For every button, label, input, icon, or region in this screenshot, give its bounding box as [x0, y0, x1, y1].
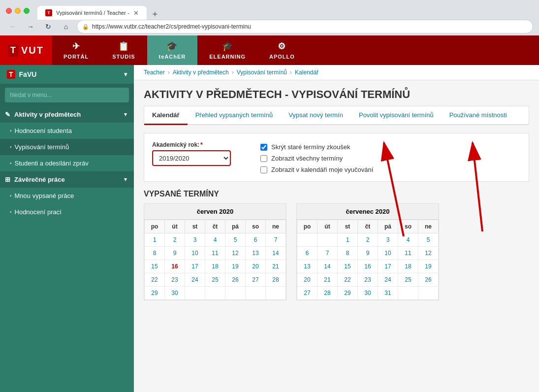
calendar-day-23[interactable]: 23 — [358, 273, 378, 287]
checkbox-skryt[interactable] — [260, 144, 267, 151]
calendar-day-18[interactable]: 18 — [398, 260, 418, 273]
sidebar-header[interactable]: T FaVU ▾ — [0, 65, 134, 84]
calendar-day-3[interactable]: 3 — [378, 233, 398, 247]
calendar-day-31[interactable]: 31 — [378, 287, 398, 300]
sidebar-section-aktivity[interactable]: ✎Aktivity v předmětech▾ — [0, 106, 134, 123]
nav-item-studis[interactable]: 📋STUDIS — [100, 35, 147, 65]
calendar-day-8[interactable]: 8 — [145, 247, 165, 260]
sidebar-item-mnou[interactable]: •Mnou vypsané práce — [0, 188, 134, 204]
calendar-day-16[interactable]: 16 — [165, 260, 185, 273]
calendar-day-9[interactable]: 9 — [165, 247, 185, 260]
calendar-day-16[interactable]: 16 — [358, 260, 378, 273]
search-input[interactable] — [5, 88, 129, 102]
calendar-day-2[interactable]: 2 — [358, 233, 378, 247]
forward-button[interactable]: → — [24, 20, 37, 33]
calendar-day-7[interactable]: 7 — [266, 233, 286, 247]
calendar-day-27[interactable]: 27 — [297, 287, 317, 300]
nav-item-apollo[interactable]: ⚙APOLLO — [257, 35, 307, 65]
calendar-day-15[interactable]: 15 — [145, 260, 165, 273]
calendar-day-12[interactable]: 12 — [225, 247, 246, 260]
calendar-day-11[interactable]: 11 — [398, 247, 418, 260]
calendar-day-13[interactable]: 13 — [297, 260, 317, 273]
checkbox-zobrazit_vse[interactable] — [260, 155, 267, 162]
calendar-day-19[interactable]: 19 — [225, 260, 246, 273]
sidebar-section-zaverecne[interactable]: ⊞Závěrečné práce▾ — [0, 171, 134, 188]
calendar-day-25[interactable]: 25 — [205, 273, 225, 287]
calendar-day-10[interactable]: 10 — [378, 247, 398, 260]
calendar-day-2[interactable]: 2 — [165, 233, 185, 247]
reload-button[interactable]: ↻ — [41, 20, 55, 33]
calendar-day-30[interactable]: 30 — [165, 287, 185, 300]
address-bar[interactable]: 🔒 https://www.vutbr.cz/teacher2/cs/predm… — [77, 20, 533, 33]
sidebar-item-studenti[interactable]: •Studenti a odesílání zpráv — [0, 155, 134, 171]
calendar-day-30[interactable]: 30 — [358, 287, 378, 300]
calendar-day-12[interactable]: 12 — [418, 247, 439, 260]
calendar-day-6[interactable]: 6 — [246, 233, 266, 247]
back-button[interactable]: ← — [6, 20, 20, 33]
calendar-day-22[interactable]: 22 — [145, 273, 165, 287]
calendar-day-24[interactable]: 24 — [378, 273, 398, 287]
calendar-day-29[interactable]: 29 — [338, 287, 358, 300]
breadcrumb-item-0[interactable]: Teacher — [144, 69, 165, 76]
calendar-day-23[interactable]: 23 — [165, 273, 185, 287]
tab-prehled[interactable]: Přehled vypsaných termínů — [188, 106, 281, 125]
home-button[interactable]: ⌂ — [59, 20, 73, 33]
calendar-day-1[interactable]: 1 — [338, 233, 358, 247]
breadcrumb-item-2[interactable]: Vypisování termínů — [237, 69, 287, 76]
calendar-day-3[interactable]: 3 — [185, 233, 205, 247]
traffic-lights[interactable] — [6, 8, 30, 14]
nav-item-elearning[interactable]: 🎓ELEARNING — [197, 35, 257, 65]
browser-tab-active[interactable]: T Vypisování termínů / Teacher - ✕ — [37, 6, 147, 20]
calendar-day-14[interactable]: 14 — [266, 247, 286, 260]
calendar-day-19[interactable]: 19 — [418, 260, 439, 273]
calendar-day-28[interactable]: 28 — [266, 273, 286, 287]
calendar-day-15[interactable]: 15 — [338, 260, 358, 273]
sidebar-item-hodnoceni[interactable]: •Hodnocení studenta — [0, 123, 134, 139]
calendar-day-10[interactable]: 10 — [185, 247, 205, 260]
checkbox-zobrazit_vyucovani[interactable] — [260, 166, 267, 173]
breadcrumb-item-1[interactable]: Aktivity v předmětech — [173, 69, 229, 76]
logo-area[interactable]: T VUT — [0, 35, 52, 65]
calendar-day-5[interactable]: 5 — [418, 233, 439, 247]
calendar-day-9[interactable]: 9 — [358, 247, 378, 260]
calendar-day-1[interactable]: 1 — [145, 233, 165, 247]
calendar-day-17[interactable]: 17 — [378, 260, 398, 273]
calendar-day-24[interactable]: 24 — [185, 273, 205, 287]
sidebar-item-vypisovani[interactable]: •Vypisování termínů — [0, 139, 134, 155]
close-button[interactable] — [6, 8, 12, 14]
minimize-button[interactable] — [15, 8, 21, 14]
calendar-day-8[interactable]: 8 — [338, 247, 358, 260]
tab-mistnosti[interactable]: Používané místnosti — [442, 106, 515, 125]
breadcrumb-item-3[interactable]: Kalendář — [295, 69, 318, 76]
calendar-day-20[interactable]: 20 — [297, 273, 317, 287]
calendar-day-17[interactable]: 17 — [185, 260, 205, 273]
calendar-day-18[interactable]: 18 — [205, 260, 225, 273]
calendar-day-26[interactable]: 26 — [225, 273, 246, 287]
calendar-day-26[interactable]: 26 — [418, 273, 439, 287]
calendar-day-14[interactable]: 14 — [317, 260, 338, 273]
calendar-day-21[interactable]: 21 — [266, 260, 286, 273]
calendar-day-22[interactable]: 22 — [338, 273, 358, 287]
academic-year-select[interactable]: 2019/20202018/20192020/2021 — [152, 150, 231, 166]
nav-item-teacher[interactable]: 🎓teAChER — [147, 35, 198, 65]
nav-item-portal[interactable]: ✈PORTÁL — [52, 35, 100, 65]
tab-vypsat[interactable]: Vypsat nový termín — [281, 106, 351, 125]
calendar-day-20[interactable]: 20 — [246, 260, 266, 273]
calendar-day-25[interactable]: 25 — [398, 273, 418, 287]
calendar-day-7[interactable]: 7 — [317, 247, 338, 260]
calendar-day-27[interactable]: 27 — [246, 273, 266, 287]
calendar-day-4[interactable]: 4 — [398, 233, 418, 247]
calendar-day-4[interactable]: 4 — [205, 233, 225, 247]
calendar-day-21[interactable]: 21 — [317, 273, 338, 287]
tab-close-button[interactable]: ✕ — [133, 9, 139, 17]
sidebar-item-hodnoceni_praci[interactable]: •Hodnocení prací — [0, 204, 134, 220]
new-tab-button[interactable]: + — [149, 9, 162, 20]
calendar-day-28[interactable]: 28 — [317, 287, 338, 300]
tab-povolit[interactable]: Povolit vypisování termínů — [351, 106, 442, 125]
calendar-day-29[interactable]: 29 — [145, 287, 165, 300]
calendar-day-6[interactable]: 6 — [297, 247, 317, 260]
tab-kalendar[interactable]: Kalendář — [144, 106, 188, 125]
calendar-day-11[interactable]: 11 — [205, 247, 225, 260]
calendar-day-13[interactable]: 13 — [246, 247, 266, 260]
calendar-day-5[interactable]: 5 — [225, 233, 246, 247]
